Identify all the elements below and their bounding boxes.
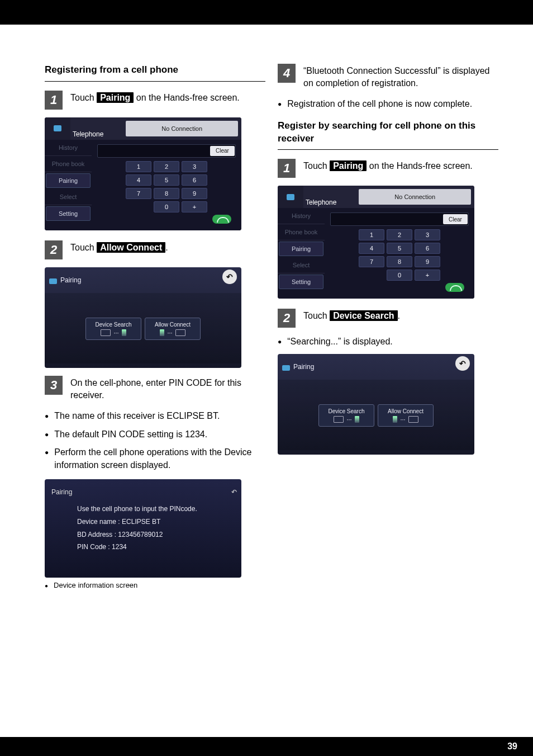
key: 7 — [359, 256, 384, 267]
step-2: 2 Touch Allow Connect. — [45, 240, 265, 259]
key: 2 — [154, 161, 179, 172]
call-row — [97, 212, 236, 227]
pairing-buttons: Device Search ··· Allow Connect ··· — [318, 404, 434, 427]
pairing-chip: Pairing — [97, 92, 134, 103]
key: 5 — [154, 174, 179, 186]
page: Registering from a cell phone 1 Touch Pa… — [0, 0, 533, 756]
side-menu: History Phone book Pairing Select Settin… — [278, 208, 325, 299]
key: 2 — [387, 229, 412, 240]
bullet: ●Perform the cell phone operations with … — [45, 446, 265, 471]
side-item-pairing: Pairing — [279, 242, 323, 256]
screenshot-header: Telephone No Connection — [278, 186, 474, 208]
screenshot-body: History Phone book Pairing Select Settin… — [278, 208, 474, 299]
clear-button: Clear — [443, 214, 468, 224]
side-menu: History Phone book Pairing Select Settin… — [45, 140, 92, 230]
key: 6 — [182, 174, 207, 186]
key: + — [182, 201, 207, 212]
side-item-setting: Setting — [46, 206, 91, 221]
section-title: Register by searching for cell phone on … — [278, 120, 498, 145]
keypad-area: Clear 1 2 3 4 5 6 7 8 — [92, 140, 241, 230]
side-item: History — [278, 208, 325, 224]
key: 4 — [126, 174, 151, 186]
no-connection-label: No Connection — [126, 121, 238, 136]
text: Touch — [70, 243, 97, 252]
keypad-lastrow: 0 + — [111, 201, 241, 212]
key: 8 — [387, 256, 412, 267]
inner: Registering from a cell phone 1 Touch Pa… — [45, 25, 498, 737]
no-connection-label: No Connection — [359, 189, 471, 205]
pairing-screenshot: Pairing ↶ Device Search ··· — [45, 267, 241, 368]
screenshot-body: History Phone book Pairing Select Settin… — [45, 140, 241, 230]
bullet: ●The name of this receiver is ECLIPSE BT… — [45, 410, 265, 423]
step-text: On the cell-phone, enter PIN CODE for th… — [70, 376, 265, 402]
bullet-text: “Searching...” is displayed. — [287, 336, 393, 348]
key: 3 — [182, 161, 207, 172]
telephone-screenshot: Telephone No Connection History Phone bo… — [278, 186, 474, 299]
step-number: 2 — [278, 309, 296, 328]
page-number: 39 — [507, 741, 517, 752]
label: Allow Connect — [388, 408, 423, 414]
back-icon: ↶ — [231, 488, 237, 496]
label: Device Search — [95, 322, 131, 328]
content-area: Registering from a cell phone 1 Touch Pa… — [0, 25, 533, 737]
bullet-icon: ● — [278, 336, 282, 348]
back-icon: ↶ — [455, 356, 470, 371]
text: on the Hands-free screen. — [134, 93, 239, 102]
device-search-pill: Device Search ··· — [85, 318, 141, 340]
screenshot-title: Telephone — [70, 130, 103, 140]
pairing-chip: Pairing — [330, 160, 367, 171]
right-column: 4 “Bluetooth Connection Successful” is d… — [278, 64, 498, 590]
key: 0 — [154, 201, 179, 212]
text: on the Hands-free screen. — [367, 161, 472, 171]
text: Touch — [70, 93, 97, 102]
allow-connect-chip: Allow Connect — [97, 242, 165, 253]
bullet: ●Registration of the cell phone is now c… — [278, 98, 498, 111]
key: 9 — [415, 256, 440, 267]
side-item: History — [45, 140, 92, 156]
bullet-icon: ● — [278, 98, 282, 111]
step-2: 2 Touch Device Search. — [278, 309, 498, 328]
glyph: ··· — [160, 329, 185, 336]
bullet-icon: ● — [45, 428, 49, 441]
keypad: 1 2 3 4 5 6 7 8 9 — [97, 161, 236, 199]
key: 3 — [415, 229, 440, 240]
line: PIN Code : 1234 — [77, 541, 231, 554]
step-text: Touch Device Search. — [303, 309, 400, 322]
bullet-text: The default PIN CODE setting is 1234. — [54, 428, 207, 441]
step-number: 3 — [45, 376, 63, 395]
device-info-lines: Use the cell phone to input the PINcode.… — [45, 497, 241, 554]
bullet: ●“Searching...” is displayed. — [278, 336, 498, 348]
screenshot-header: Pairing ↶ — [45, 479, 241, 497]
pairing-screenshot: Pairing ↶ Device Search ··· — [278, 354, 474, 455]
step-1: 1 Touch Pairing on the Hands-free screen… — [45, 91, 265, 110]
call-row — [330, 281, 469, 295]
side-item: Phone book — [45, 156, 92, 172]
step-text: Touch Allow Connect. — [70, 240, 168, 254]
screenshot-title: Pairing — [51, 488, 72, 496]
phone-icon — [278, 186, 303, 208]
side-item-setting: Setting — [279, 275, 323, 289]
line: Device name : ECLIPSE BT — [77, 516, 231, 528]
screenshot-title: Pairing — [59, 276, 81, 284]
back-icon: ↶ — [222, 270, 237, 284]
keypad-area: Clear 1 2 3 4 5 6 7 8 — [325, 208, 474, 299]
phone-icon — [45, 117, 70, 140]
bullet-text: Perform the cell phone operations with t… — [54, 446, 265, 471]
keypad: 1 2 3 4 5 6 7 8 9 — [330, 229, 469, 267]
step-text: “Bluetooth Connection Successful” is dis… — [303, 64, 498, 90]
bullet-text: The name of this receiver is ECLIPSE BT. — [54, 410, 220, 423]
side-item-pairing: Pairing — [46, 173, 91, 188]
bullet: ●The default PIN CODE setting is 1234. — [45, 428, 265, 441]
bullet-icon: ● — [45, 446, 49, 471]
side-item: Select — [278, 257, 325, 273]
bullet-text: Registration of the cell phone is now co… — [287, 98, 472, 111]
text: . — [165, 243, 168, 252]
screenshot-header: Pairing ↶ — [278, 354, 474, 372]
phone-icon — [282, 365, 290, 371]
screenshot-body: Device Search ··· Allow Connect ··· — [45, 293, 241, 363]
key: 8 — [154, 188, 179, 199]
columns: Registering from a cell phone 1 Touch Pa… — [45, 64, 498, 590]
screenshot-title: Telephone — [303, 199, 336, 208]
left-column: Registering from a cell phone 1 Touch Pa… — [45, 64, 265, 590]
text: . — [398, 311, 400, 320]
